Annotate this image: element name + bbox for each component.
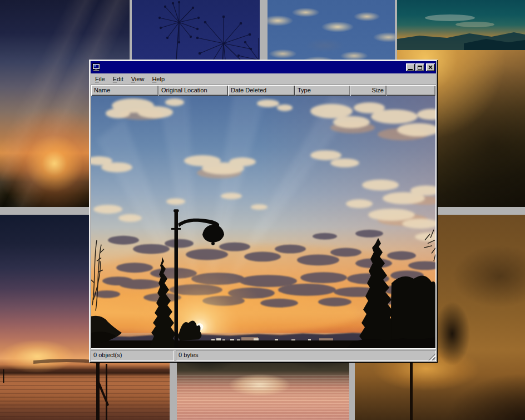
mountain-silhouette-art [397,0,525,50]
wallpaper-tile-teal-coast [397,0,525,50]
column-header-original-location[interactable]: Original Location [159,85,228,96]
column-header-blank[interactable] [387,85,435,96]
status-byte-count: 0 bytes [176,350,436,361]
minimize-button[interactable] [406,63,415,71]
menu-edit[interactable]: Edit [109,75,127,83]
titlebar[interactable] [91,61,436,73]
close-button[interactable] [426,63,435,71]
menu-file[interactable]: File [91,75,109,83]
menu-view[interactable]: View [127,75,148,83]
water-ripples [177,375,349,420]
column-header-size[interactable]: Size [350,85,387,96]
street-lamp-sunset-photo [91,96,435,348]
column-header-type[interactable]: Type [295,85,350,96]
minimize-icon [408,69,413,70]
maximize-icon [418,66,422,70]
menu-bar: File Edit View Help [91,73,436,85]
column-header-date-deleted[interactable]: Date Deleted [228,85,295,96]
computer-icon[interactable] [92,63,101,72]
close-icon [428,65,433,70]
column-header-row: Name Original Location Date Deleted Type… [91,85,435,96]
status-bar: 0 object(s) 0 bytes [91,350,436,361]
maximize-button[interactable] [415,63,424,71]
recycle-bin-window: File Edit View Help Name Original Locati… [89,60,438,363]
status-object-count: 0 object(s) [91,350,174,361]
menu-help[interactable]: Help [148,75,169,83]
column-header-name[interactable]: Name [91,85,159,96]
list-view: Name Original Location Date Deleted Type… [91,85,436,349]
list-client-area[interactable] [91,96,435,348]
